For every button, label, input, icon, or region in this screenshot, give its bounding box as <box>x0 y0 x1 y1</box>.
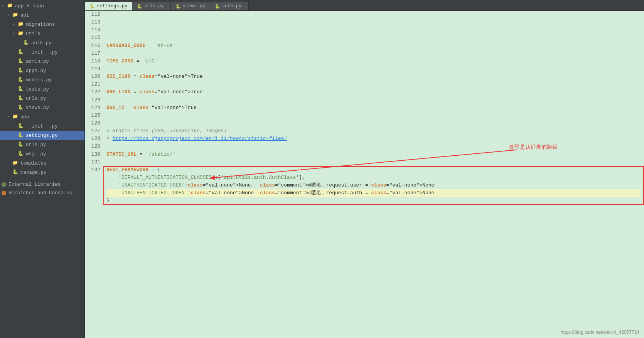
sidebar-item-manage-py[interactable]: 🐍manage.py <box>0 168 84 177</box>
code-line-112: LANGUAGE_CODE = 'en-us' <box>106 42 641 50</box>
sidebar-item-admin-py[interactable]: 🐍admin.py <box>0 57 84 66</box>
line-number-129: 129 <box>89 143 100 150</box>
sidebar-item-api[interactable]: ▾📁api <box>0 11 84 20</box>
line-numbers: 1121131141151161171181191201211221231241… <box>85 11 103 338</box>
sidebar-item-settings-py[interactable]: 🐍settings.py <box>0 131 84 140</box>
tab-label: auth.py <box>222 3 241 9</box>
folder-icon: 📁 <box>12 12 19 19</box>
code-line-118: USE_L10N = class="val-none">True <box>106 88 641 96</box>
sidebar-item-models-py[interactable]: 🐍models.py <box>0 76 84 85</box>
code-content[interactable]: LANGUAGE_CODE = 'en-us' TIME_ZONE = 'UTC… <box>103 11 644 338</box>
sidebar-item-auth-py[interactable]: 🐍auth.py <box>0 39 84 48</box>
code-line-129: 'DEFAULT_AUTHENTICATION_CLASSES':['api.u… <box>106 174 641 182</box>
code-line-131: 'UNAUTHENTICATED_TOKEN':class="val-none"… <box>106 189 641 197</box>
file-tab-icon: 🐍 <box>137 4 142 9</box>
py-file-icon: 🐍 <box>18 132 25 139</box>
file-tree: ▾📁app E:\app▾📁api▸📁migrations▾📁utils🐍aut… <box>0 0 85 338</box>
py-file-icon: 🐍 <box>18 58 25 65</box>
line-number-130: 130 <box>89 151 100 158</box>
py-file-icon: 🐍 <box>23 39 30 47</box>
code-line-121 <box>106 112 641 119</box>
sidebar-item-app-root[interactable]: ▾📁app E:\app <box>0 2 84 11</box>
sidebar-section-external-libraries[interactable]: External Libraries <box>0 180 84 189</box>
sidebar-item-tests-py[interactable]: 🐍tests.py <box>0 85 84 94</box>
code-editor: 1121131141151161171181191201211221231241… <box>85 11 644 338</box>
section-label: Scratches and Consoles <box>8 190 72 196</box>
sidebar-item-label: manage.py <box>20 169 47 177</box>
sidebar-item-migrations[interactable]: ▸📁migrations <box>0 20 84 29</box>
file-tab-icon: 🐍 <box>89 4 95 9</box>
py-file-icon: 🐍 <box>18 67 25 74</box>
line-number-131: 131 <box>89 158 100 166</box>
sidebar-item-label: wsgi.py <box>26 150 46 158</box>
arrow-icon: ▸ <box>12 22 18 28</box>
line-number-124: 124 <box>89 104 100 112</box>
code-line-132: } <box>106 197 641 205</box>
tab-auth-py[interactable]: 🐍auth.py <box>210 2 249 10</box>
tab-label: views.py <box>183 3 205 9</box>
code-line-115 <box>106 65 641 73</box>
folder-icon: 📁 <box>18 30 25 37</box>
sidebar-item-label: tests.py <box>26 86 49 93</box>
line-number-123: 123 <box>89 96 100 104</box>
code-line-124: # https://docs.djangoproject.com/en/1.11… <box>106 135 641 143</box>
tab-bar: 🐍settings.py🐍urls.py🐍views.py🐍auth.py <box>85 0 644 11</box>
sidebar-item-templates[interactable]: 📁templates <box>0 159 84 168</box>
line-number-120: 120 <box>89 73 100 81</box>
sidebar-item-label: views.py <box>26 104 49 112</box>
folder-icon: 📁 <box>12 160 19 167</box>
sidebar-item-label: auth.py <box>31 39 52 47</box>
sidebar-item-label: utils <box>26 30 40 38</box>
sidebar-item-label: migrations <box>26 21 55 29</box>
sidebar-item-urls-py-app[interactable]: 🐍urls.py <box>0 140 84 150</box>
py-file-icon: 🐍 <box>18 141 25 148</box>
line-number-122: 122 <box>89 88 100 96</box>
sidebar-item-init-py-api[interactable]: 🐍__init__.py <box>0 48 84 57</box>
arrow-icon: ▾ <box>7 12 12 18</box>
line-number-112: 112 <box>89 11 100 18</box>
tab-views-py[interactable]: 🐍views.py <box>171 2 210 10</box>
scratch-dot-icon <box>2 191 6 195</box>
line-number-127: 127 <box>89 127 100 135</box>
file-tab-icon: 🐍 <box>175 4 181 9</box>
sidebar-item-init-py-app[interactable]: 🐍__init__.py <box>0 122 84 131</box>
lib-dot-icon <box>2 182 6 187</box>
sidebar-item-label: app E:\app <box>15 2 44 10</box>
code-line-113 <box>106 50 641 57</box>
folder-icon: 📁 <box>7 2 14 10</box>
sidebar-item-utils[interactable]: ▾📁utils <box>0 29 84 39</box>
section-label: External Libraries <box>8 182 61 187</box>
sidebar-item-apps-py[interactable]: 🐍apps.py <box>0 66 84 76</box>
sidebar-item-urls-py-api[interactable]: 🐍urls.py <box>0 94 84 103</box>
line-number-116: 116 <box>89 42 100 50</box>
py-file-icon: 🐍 <box>18 95 25 102</box>
code-line-127 <box>106 158 641 166</box>
tab-urls-py[interactable]: 🐍urls.py <box>132 2 171 10</box>
tab-settings-py[interactable]: 🐍settings.py <box>85 2 132 10</box>
sidebar-item-app-folder[interactable]: ▾📁app <box>0 113 84 122</box>
sidebar-item-views-py-api[interactable]: 🐍views.py <box>0 103 84 113</box>
sidebar-item-wsgi-py[interactable]: 🐍wsgi.py <box>0 150 84 159</box>
file-tab-icon: 🐍 <box>215 4 220 9</box>
init-file-icon: 🐍 <box>18 49 25 56</box>
line-number-117: 117 <box>89 50 100 57</box>
code-line-122 <box>106 119 641 127</box>
folder-icon: 📁 <box>18 21 25 28</box>
line-number-132: 132 <box>89 166 100 174</box>
sidebar-item-label: templates <box>20 160 47 167</box>
sidebar-item-label: admin.py <box>26 58 49 66</box>
code-line-114: TIME_ZONE = 'UTC' <box>106 57 641 65</box>
line-number-113: 113 <box>89 18 100 26</box>
tab-label: urls.py <box>144 3 164 9</box>
sidebar-section-scratches-consoles[interactable]: Scratches and Consoles <box>0 189 84 197</box>
sidebar-item-label: models.py <box>26 76 52 84</box>
editor-main: 🐍settings.py🐍urls.py🐍views.py🐍auth.py 11… <box>85 0 644 338</box>
code-line-117 <box>106 81 641 88</box>
sidebar-item-label: urls.py <box>26 95 46 103</box>
sidebar-item-label: app <box>20 113 29 121</box>
line-number-125: 125 <box>89 112 100 119</box>
sidebar-item-label: urls.py <box>26 141 46 149</box>
code-line-125 <box>106 143 641 150</box>
code-line-128: REST_FRAMEWORK = { <box>106 166 641 174</box>
py-file-icon: 🐍 <box>12 169 19 176</box>
